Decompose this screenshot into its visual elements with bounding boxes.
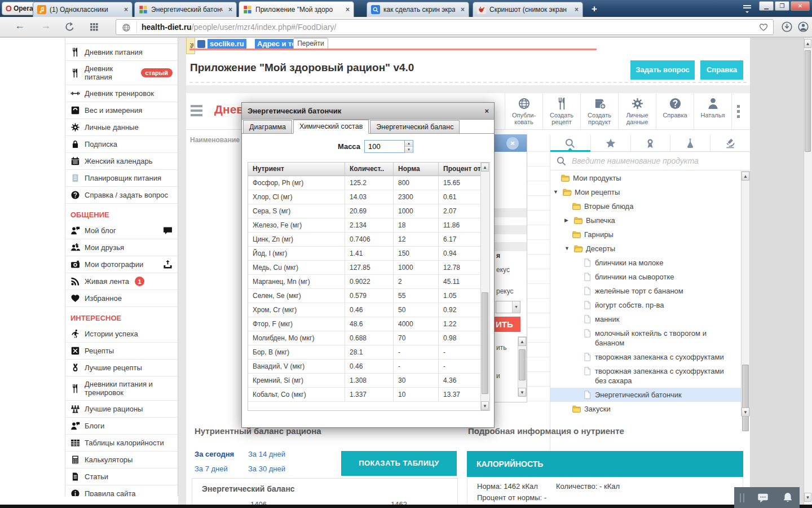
table-row[interactable]: Молибден, Mo (мкг)0.688700.98 [248, 331, 489, 345]
scroll-thumb[interactable] [742, 365, 749, 431]
table-row[interactable]: Железо, Fe (мг)2.1341811.86 [248, 218, 489, 233]
sidebar-item[interactable]: Истории успеха [65, 326, 178, 343]
sidebar-item[interactable]: Мои друзья [65, 239, 178, 256]
toolbar-button[interactable]: Наталья [694, 93, 731, 129]
sidebar-item[interactable]: Женский календарь [65, 153, 178, 170]
table-row[interactable]: Йод, I (мкг)1.411500.94 [248, 247, 489, 261]
period-link[interactable]: За сегодня [195, 450, 248, 458]
new-tab-button[interactable]: + [588, 3, 601, 15]
popup-scrollbar[interactable]: ▲ ▼ [518, 336, 527, 396]
tree-item[interactable]: Закуски [550, 402, 741, 416]
period-link[interactable]: За 7 дней [195, 465, 248, 473]
scroll-down-icon[interactable]: ▼ [742, 408, 749, 417]
sidebar-item[interactable]: Блоги [65, 418, 178, 435]
back-button[interactable]: ← [15, 20, 25, 32]
scroll-thumb[interactable] [519, 349, 526, 380]
tab-close-icon[interactable]: × [124, 6, 128, 14]
sidebar-item[interactable]: Мой блог [65, 222, 178, 239]
url-input[interactable]: health-diet.ru/people/user/mzr4/index.ph… [116, 19, 774, 35]
toolbar-button[interactable]: Опубли-ковать [505, 93, 542, 129]
scroll-down-icon[interactable]: ▼ [481, 401, 489, 410]
tree-item[interactable]: Вторые блюда [550, 199, 741, 213]
table-row[interactable]: Бор, B (мкг)28.1-- [248, 345, 489, 360]
chevron-right-icon[interactable]: ▶ [564, 216, 571, 225]
table-row[interactable]: Сера, S (мг)20.6910002.07 [248, 204, 489, 218]
period-link[interactable]: За 30 дней [248, 465, 285, 473]
panel-tab[interactable] [670, 135, 710, 151]
tree-item[interactable]: творожная запеканка с сухофруктами [550, 350, 741, 364]
bell-icon[interactable] [782, 492, 794, 504]
sidebar-item[interactable]: Планировщик питания [65, 170, 178, 187]
chat-icon[interactable] [757, 492, 769, 504]
tab-close-icon[interactable]: × [575, 6, 579, 14]
table-row[interactable]: Фтор, F (мкг)48.640001.22 [248, 317, 489, 331]
minimize-button[interactable]: ▁ [759, 1, 774, 11]
yandex-side-tab[interactable]: Ян [186, 37, 195, 54]
promo-go-button[interactable]: Перейти [293, 38, 328, 50]
tree-item[interactable]: молочный коктейль с творогом и бананом [550, 326, 741, 350]
chevron-down-icon[interactable]: ▼ [553, 187, 559, 197]
scroll-thumb[interactable] [482, 292, 488, 394]
notifications-widget[interactable] [734, 487, 800, 508]
sidebar-item[interactable]: Калькуляторы [65, 452, 178, 468]
browser-tab[interactable]: Приложение "Мой здоро× [239, 1, 354, 17]
table-scrollbar[interactable]: ▲ ▼ [480, 163, 489, 410]
tree-item[interactable]: блинчики на молоке [550, 256, 741, 270]
sidebar-item[interactable]: Дневник питания [65, 44, 178, 61]
mass-input[interactable] [364, 140, 405, 153]
toolbar-button[interactable]: Справка [656, 93, 694, 129]
promo-site-link[interactable]: soclike.ru [208, 39, 246, 49]
browser-scrollbar[interactable]: ▲ ▼ [804, 38, 812, 505]
panel-tab[interactable] [630, 135, 670, 151]
table-row[interactable]: Кремний, Si (мг)1.308304.36 [248, 374, 489, 388]
scroll-up-icon[interactable]: ▲ [518, 337, 526, 346]
tab-close-icon[interactable]: × [461, 6, 465, 14]
dialog-tab[interactable]: Энергетический баланс [370, 120, 460, 133]
tree-item[interactable]: желейные торт с бананом [550, 284, 741, 298]
panel-tab[interactable] [590, 135, 630, 151]
scroll-up-icon[interactable]: ▲ [742, 172, 749, 181]
sidebar-item[interactable]: Мои фотографии [65, 256, 178, 273]
reload-icon[interactable] [64, 21, 75, 32]
popup-add-button[interactable]: ИТЬ [495, 317, 520, 332]
menu-hamburger-icon[interactable] [191, 105, 202, 119]
scroll-thumb[interactable] [805, 50, 811, 152]
tree-scrollbar[interactable]: ▲ ▼ [741, 171, 750, 416]
tree-item[interactable]: Энергетический батончик [550, 388, 741, 402]
dialog-tab[interactable]: Диаграмма [243, 120, 292, 133]
sidebar-item[interactable]: Дневник питаниястарый [65, 61, 178, 85]
scroll-up-icon[interactable]: ▲ [481, 163, 489, 172]
period-link[interactable]: За 14 дней [248, 450, 285, 458]
panel-tab[interactable] [550, 135, 590, 151]
tab-close-icon[interactable]: × [228, 6, 232, 14]
table-row[interactable]: Марганец, Mn (мг)0.9022245.11 [248, 275, 489, 289]
popup-dropdown[interactable]: ▼ [496, 301, 520, 313]
forward-button[interactable]: → [41, 20, 51, 32]
tree-item[interactable]: ▼Мои рецепты [550, 185, 741, 199]
show-table-button[interactable]: ПОКАЗАТЬ ТАБЛИЦУ [341, 451, 457, 476]
sidebar-item[interactable]: Справка / задать вопрос [65, 187, 178, 204]
downloads-icon[interactable] [781, 21, 793, 33]
sidebar-item[interactable]: Статьи [65, 468, 178, 485]
tab-close-icon[interactable]: × [346, 6, 350, 14]
panel-tab[interactable] [710, 135, 750, 151]
tree-item[interactable]: творожная запеканка с сухофруктами без с… [550, 364, 741, 388]
browser-tab[interactable]: Энергетический батончи× [134, 2, 237, 17]
sidebar-item[interactable]: Личные данные [65, 119, 178, 136]
browser-tab[interactable]: как сделать скрин экрана× [367, 2, 469, 17]
table-row[interactable]: Кобальт, Co (мкг)1.3371013.37 [248, 388, 489, 402]
close-window-button[interactable]: ✕ [791, 1, 810, 11]
product-search-input[interactable] [572, 156, 735, 165]
sidebar-item[interactable]: Подписка [65, 136, 178, 153]
tab-list-menu-icon[interactable] [743, 4, 754, 13]
tree-item[interactable]: Гарниры [550, 227, 741, 242]
sidebar-item[interactable]: Лучшие рационы [65, 401, 178, 418]
maximize-button[interactable]: ❐ [775, 1, 789, 11]
sidebar-item[interactable]: Живая лента1 [65, 273, 178, 290]
table-row[interactable]: Хлор, Cl (мг)14.0323000.61 [248, 190, 489, 204]
bookmark-heart-icon[interactable] [758, 22, 769, 32]
table-row[interactable]: Ванадий, V (мкг)0.46-- [248, 360, 489, 374]
browser-tab[interactable]: (1) Одноклассники× [33, 2, 133, 17]
toolbar-button[interactable]: Личныеданные [618, 93, 656, 129]
tree-item[interactable]: йогурт собств. пр-ва [550, 298, 741, 312]
